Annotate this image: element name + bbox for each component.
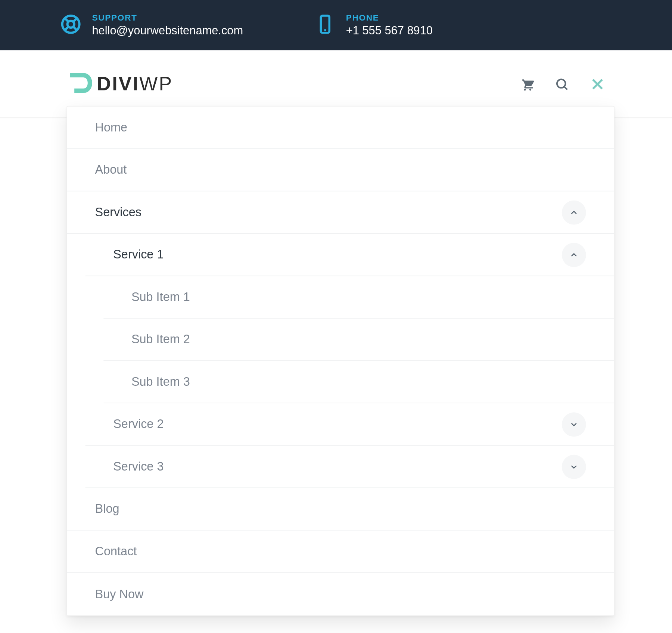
topbar-support[interactable]: SUPPORT hello@yourwebsitename.com <box>60 13 243 38</box>
menu-label: Blog <box>95 502 119 516</box>
svg-point-9 <box>529 89 531 90</box>
phone-label: PHONE <box>346 13 433 23</box>
svg-point-8 <box>524 89 526 90</box>
svg-line-5 <box>65 26 68 30</box>
header-icons <box>519 76 605 92</box>
topbar-phone[interactable]: PHONE +1 555 567 8910 <box>314 12 432 38</box>
menu-item-contact[interactable]: Contact <box>67 531 614 573</box>
menu-item-about[interactable]: About <box>67 149 614 192</box>
menu-item-services[interactable]: Services <box>67 191 614 234</box>
menu-label: Sub Item 1 <box>131 290 190 304</box>
close-icon[interactable] <box>589 76 605 92</box>
menu-label: Buy Now <box>95 587 144 601</box>
submenu-services: Service 1 Sub Item 1 Sub Item 2 Sub Item… <box>67 234 614 488</box>
support-label: SUPPORT <box>92 13 243 23</box>
cart-icon[interactable] <box>519 77 534 91</box>
menu-label: Service 3 <box>113 460 164 474</box>
chevron-up-icon[interactable] <box>562 200 586 224</box>
topbar: SUPPORT hello@yourwebsitename.com PHONE … <box>0 0 672 50</box>
menu-item-blog[interactable]: Blog <box>67 488 614 531</box>
svg-line-4 <box>73 18 77 22</box>
menu-item-buy-now[interactable]: Buy Now <box>67 573 614 615</box>
life-ring-icon <box>60 13 81 37</box>
logo-text: DIVIWP <box>97 73 173 95</box>
logo-mark-icon <box>66 69 93 99</box>
menu-item-sub-3[interactable]: Sub Item 3 <box>103 361 614 403</box>
phone-value: +1 555 567 8910 <box>346 24 433 38</box>
search-icon[interactable] <box>554 77 569 91</box>
menu-item-service-3[interactable]: Service 3 <box>85 446 614 488</box>
menu-label: Sub Item 2 <box>131 332 190 346</box>
logo[interactable]: DIVIWP <box>66 69 173 99</box>
chevron-down-icon[interactable] <box>562 454 586 479</box>
menu-label: Sub Item 3 <box>131 375 190 389</box>
chevron-down-icon[interactable] <box>562 412 586 436</box>
menu-label: Service 2 <box>113 417 164 431</box>
submenu-service-1: Sub Item 1 Sub Item 2 Sub Item 3 <box>85 276 614 403</box>
menu-item-sub-1[interactable]: Sub Item 1 <box>103 276 614 319</box>
menu-label: Services <box>95 205 141 219</box>
menu-label: About <box>95 163 127 177</box>
svg-line-11 <box>564 86 567 89</box>
menu-label: Home <box>95 121 128 134</box>
menu-label: Service 1 <box>113 248 164 261</box>
svg-line-2 <box>65 18 68 22</box>
menu-item-home[interactable]: Home <box>67 106 614 149</box>
menu-item-service-2[interactable]: Service 2 <box>85 403 614 446</box>
menu-label: Contact <box>95 544 137 558</box>
svg-point-10 <box>557 79 566 88</box>
support-value: hello@yourwebsitename.com <box>92 24 243 38</box>
svg-line-3 <box>73 26 77 30</box>
phone-icon <box>314 12 335 38</box>
menu-item-sub-2[interactable]: Sub Item 2 <box>103 319 614 361</box>
mobile-menu-panel: Home About Services Service 1 Sub Item 1 <box>66 106 615 616</box>
chevron-up-icon[interactable] <box>562 242 586 267</box>
menu-item-service-1[interactable]: Service 1 <box>85 234 614 276</box>
